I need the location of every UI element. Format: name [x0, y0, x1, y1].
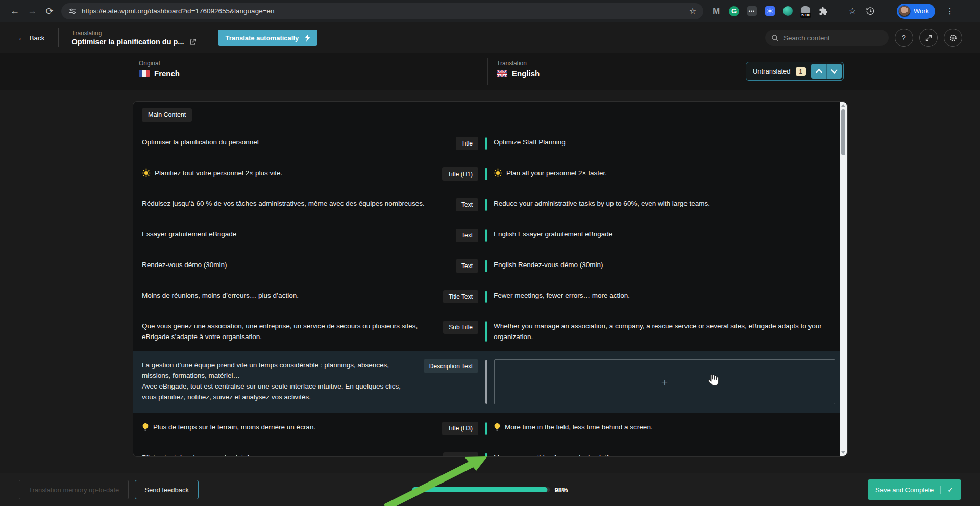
target-cell[interactable]: Optimize Staff Planning: [487, 137, 835, 150]
teal-sphere: [783, 6, 793, 16]
url-text[interactable]: https://e.ate.wpml.org/dashboard?id=1760…: [82, 7, 685, 15]
uk-flag-icon: [497, 70, 507, 77]
sun-icon: [494, 167, 502, 178]
progress-track: [412, 487, 550, 492]
extension-snowflake-icon[interactable]: [764, 6, 775, 17]
app-header: ← Back Translating Optimiser la planific…: [0, 22, 980, 53]
translation-row[interactable]: Planifiez tout votre personnel 2× plus v…: [133, 159, 840, 189]
french-flag-icon: [139, 70, 150, 77]
target-text: More time in the field, less time behind…: [505, 422, 653, 432]
scrollbar-up-icon[interactable]: [841, 104, 845, 107]
target-text: Manage everything from a single platform: [494, 452, 620, 456]
extension-version-icon[interactable]: 5.10: [800, 6, 811, 17]
dots-glyph: •••: [747, 6, 757, 16]
document-title[interactable]: Optimiser la planification du p...: [72, 38, 184, 46]
translation-row[interactable]: Que vous gériez une association, une ent…: [133, 312, 840, 351]
target-text: Optimize Staff Planning: [494, 137, 566, 148]
version-badge: 5.10: [800, 13, 811, 18]
open-document-external-icon[interactable]: [189, 38, 197, 46]
translation-row[interactable]: Moins de réunions, moins d’erreurs… plus…: [133, 281, 840, 312]
scrollbar-thumb[interactable]: [841, 109, 845, 155]
scrollbar-down-icon[interactable]: [841, 451, 845, 454]
search-box[interactable]: [765, 30, 889, 46]
translation-row[interactable]: Plus de temps sur le terrain, moins derr…: [133, 413, 840, 444]
next-untranslated-button[interactable]: [826, 64, 842, 79]
translation-row[interactable]: Rendez-vous démo (30min) Text English Re…: [133, 251, 840, 281]
progress-fill: [412, 487, 547, 492]
bookmark-star-icon[interactable]: ☆: [689, 6, 696, 16]
original-language-group: Original French: [139, 60, 180, 78]
source-text: Réduisez jusqu’à 60 % de vos tâches admi…: [142, 198, 425, 209]
search-input[interactable]: [783, 34, 883, 42]
browser-menu-icon[interactable]: ⋮: [946, 6, 954, 16]
source-cell: Pilotez tout depuis une seule plateforme…: [142, 452, 485, 456]
target-cell[interactable]: English Essayer gratuitement eBrigade: [487, 229, 835, 242]
source-cell: Planifiez tout votre personnel 2× plus v…: [142, 167, 485, 181]
browser-reload-button[interactable]: ⟳: [41, 3, 58, 20]
address-bar[interactable]: https://e.ate.wpml.org/dashboard?id=1760…: [61, 3, 703, 19]
source-cell: Rendez-vous démo (30min) Text: [142, 259, 485, 273]
target-cell[interactable]: Reduce your administrative tasks by up t…: [487, 198, 835, 211]
header-divider: [58, 28, 59, 47]
translation-row[interactable]: Optimiser la planification du personnel …: [133, 128, 840, 159]
translation-row[interactable]: Pilotez tout depuis une seule plateforme…: [133, 444, 840, 456]
target-cell[interactable]: More time in the field, less time behind…: [487, 422, 835, 435]
back-arrow-icon: ←: [18, 34, 25, 42]
target-cell[interactable]: Fewer meetings, fewer errors… more actio…: [487, 290, 835, 303]
field-type-badge: Description Text: [424, 359, 478, 373]
field-type-badge: Text: [456, 229, 478, 242]
field-type-badge: Title (H3): [442, 422, 478, 435]
fullscreen-button[interactable]: [919, 29, 938, 47]
extension-dots-icon[interactable]: •••: [746, 6, 757, 17]
save-and-complete-button[interactable]: Save and Complete ✓: [868, 479, 961, 500]
help-button[interactable]: ?: [895, 29, 913, 47]
target-cell[interactable]: Plan all your personnel 2× faster.: [487, 167, 835, 181]
site-settings-tune-icon[interactable]: [68, 7, 77, 15]
grammarly-icon[interactable]: G: [728, 6, 740, 17]
source-cell: Réduisez jusqu’à 60 % de vos tâches admi…: [142, 198, 485, 211]
previous-untranslated-button[interactable]: [811, 64, 826, 79]
target-cell[interactable]: Whether you manage an association, a com…: [487, 321, 835, 342]
bulb-icon: [494, 422, 501, 432]
field-type-badge: Text: [456, 259, 478, 273]
original-label: Original: [139, 60, 180, 67]
source-cell: Moins de réunions, moins d’erreurs… plus…: [142, 290, 485, 303]
favorites-star-icon[interactable]: ☆: [847, 6, 858, 17]
target-text: Whether you manage an association, a com…: [494, 321, 835, 342]
extensions-puzzle-icon[interactable]: [818, 6, 829, 17]
translation-row[interactable]: La gestion d’une équipe prend vite un te…: [133, 351, 840, 413]
source-cell: Essayer gratuitement eBrigade Text: [142, 229, 485, 242]
translation-language-group: Translation English: [497, 60, 540, 78]
translation-language-name: English: [512, 69, 540, 78]
extension-m-icon[interactable]: M: [710, 6, 722, 17]
toolbar-separator-2: [885, 6, 885, 16]
source-cell: Que vous gériez une association, une ent…: [142, 321, 485, 342]
browser-forward-button[interactable]: →: [23, 3, 41, 20]
source-text: Rendez-vous démo (30min): [142, 259, 227, 270]
translation-row[interactable]: Essayer gratuitement eBrigade Text Engli…: [133, 220, 840, 251]
translate-automatically-button[interactable]: Translate automatically: [218, 30, 317, 46]
back-button[interactable]: ← Back: [18, 34, 45, 42]
extensions-row: M G ••• 5.10 ☆ Work ⋮: [710, 4, 954, 19]
target-text: Plan all your personnel 2× faster.: [506, 167, 607, 178]
profile-name: Work: [914, 7, 929, 15]
profile-chip[interactable]: Work: [897, 4, 935, 19]
send-feedback-button[interactable]: Send feedback: [135, 480, 199, 499]
target-cell[interactable]: English Rendez-vous démo (30min): [487, 259, 835, 273]
browser-back-button[interactable]: ←: [6, 3, 23, 20]
extension-teal-icon[interactable]: [782, 6, 793, 17]
panel-scrollbar[interactable]: [840, 102, 847, 456]
untranslated-filter[interactable]: Untranslated 1: [746, 62, 844, 81]
empty-target-field[interactable]: +: [494, 359, 835, 404]
source-text: Optimiser la planification du personnel: [142, 137, 259, 148]
translation-row[interactable]: Réduisez jusqu’à 60 % de vos tâches admi…: [133, 189, 840, 220]
history-icon[interactable]: [865, 6, 876, 17]
section-header: Main Content: [133, 102, 840, 128]
translate-auto-label: Translate automatically: [225, 34, 299, 42]
settings-gear-button[interactable]: [944, 29, 962, 47]
field-type-badge: Title (H1): [442, 167, 478, 181]
browser-toolbar: ← → ⟳ https://e.ate.wpml.org/dashboard?i…: [0, 0, 980, 22]
target-cell[interactable]: +: [487, 359, 835, 404]
target-text: Reduce your administrative tasks by up t…: [494, 198, 710, 209]
target-cell[interactable]: Manage everything from a single platform: [487, 452, 835, 456]
